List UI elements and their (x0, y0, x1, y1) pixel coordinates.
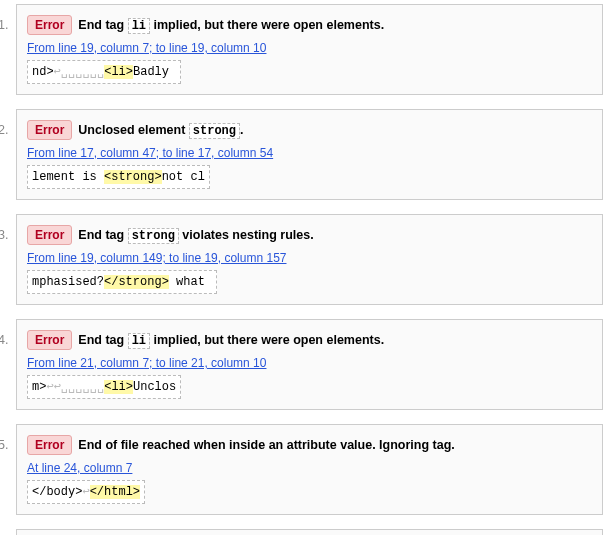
whitespace-marker: ↩␣␣␣␣␣␣ (54, 65, 105, 79)
error-message-code: strong (128, 228, 179, 244)
error-list: ErrorEnd tag li implied, but there were … (0, 4, 603, 535)
error-message-text: violates nesting rules. (179, 228, 314, 242)
error-box: ErrorEnd of file seen and there were ope… (16, 529, 603, 535)
error-item: ErrorEnd tag strong violates nesting rul… (12, 214, 603, 305)
error-message-text: End tag (78, 18, 127, 32)
error-badge: Error (27, 330, 72, 350)
location-link[interactable]: At line 24, column 7 (27, 461, 132, 475)
error-heading: ErrorUnclosed element strong. (27, 120, 592, 140)
error-heading: ErrorEnd tag li implied, but there were … (27, 15, 592, 35)
extract-context: </body> (32, 485, 82, 499)
error-item: ErrorEnd of file reached when inside an … (12, 424, 603, 515)
error-message-text: End tag (78, 228, 127, 242)
code-extract: nd>↩␣␣␣␣␣␣<li>Badly (27, 60, 181, 84)
extract-highlight: </html> (90, 485, 140, 499)
error-message-text: . (240, 123, 243, 137)
error-message-text: End of file reached when inside an attri… (78, 438, 454, 452)
error-message: End tag li implied, but there were open … (78, 18, 384, 33)
error-box: ErrorUnclosed element strong.From line 1… (16, 109, 603, 200)
code-extract: mphasised?</strong> what (27, 270, 217, 294)
error-box: ErrorEnd tag strong violates nesting rul… (16, 214, 603, 305)
location-link[interactable]: From line 19, column 7; to line 19, colu… (27, 41, 266, 55)
error-message-text: End tag (78, 333, 127, 347)
error-message: End of file reached when inside an attri… (78, 438, 454, 452)
extract-context: Unclos (133, 380, 176, 394)
error-message-text: implied, but there were open elements. (150, 333, 384, 347)
location-link[interactable]: From line 19, column 149; to line 19, co… (27, 251, 286, 265)
whitespace-marker: ↩ (82, 485, 89, 499)
code-extract: lement is <strong>not cl (27, 165, 210, 189)
error-badge: Error (27, 435, 72, 455)
extract-context: nd> (32, 65, 54, 79)
error-heading: ErrorEnd tag strong violates nesting rul… (27, 225, 592, 245)
error-message: End tag li implied, but there were open … (78, 333, 384, 348)
extract-context: Badly (133, 65, 176, 79)
error-badge: Error (27, 225, 72, 245)
extract-context: mphasised? (32, 275, 104, 289)
error-message-text: Unclosed element (78, 123, 188, 137)
extract-highlight: <li> (104, 380, 133, 394)
error-message-code: li (128, 333, 150, 349)
extract-highlight: <strong> (104, 170, 162, 184)
error-heading: ErrorEnd tag li implied, but there were … (27, 330, 592, 350)
error-message-text: implied, but there were open elements. (150, 18, 384, 32)
error-message: Unclosed element strong. (78, 123, 243, 138)
error-message-code: strong (189, 123, 240, 139)
error-message: End tag strong violates nesting rules. (78, 228, 313, 243)
location-link[interactable]: From line 17, column 47; to line 17, col… (27, 146, 273, 160)
code-extract: m>↩↩␣␣␣␣␣␣<li>Unclos (27, 375, 181, 399)
error-item: ErrorEnd tag li implied, but there were … (12, 319, 603, 410)
error-item: ErrorEnd tag li implied, but there were … (12, 4, 603, 95)
extract-context: lement is (32, 170, 104, 184)
error-box: ErrorEnd tag li implied, but there were … (16, 319, 603, 410)
error-badge: Error (27, 120, 72, 140)
whitespace-marker: ↩↩␣␣␣␣␣␣ (46, 380, 104, 394)
extract-highlight: <li> (104, 65, 133, 79)
location-link[interactable]: From line 21, column 7; to line 21, colu… (27, 356, 266, 370)
extract-context: m> (32, 380, 46, 394)
code-extract: </body>↩</html> (27, 480, 145, 504)
error-badge: Error (27, 15, 72, 35)
error-item: ErrorEnd of file seen and there were ope… (12, 529, 603, 535)
error-box: ErrorEnd tag li implied, but there were … (16, 4, 603, 95)
error-message-code: li (128, 18, 150, 34)
error-box: ErrorEnd of file reached when inside an … (16, 424, 603, 515)
error-heading: ErrorEnd of file reached when inside an … (27, 435, 592, 455)
extract-highlight: </strong> (104, 275, 169, 289)
error-item: ErrorUnclosed element strong.From line 1… (12, 109, 603, 200)
extract-context: what (169, 275, 212, 289)
extract-context: not cl (162, 170, 205, 184)
